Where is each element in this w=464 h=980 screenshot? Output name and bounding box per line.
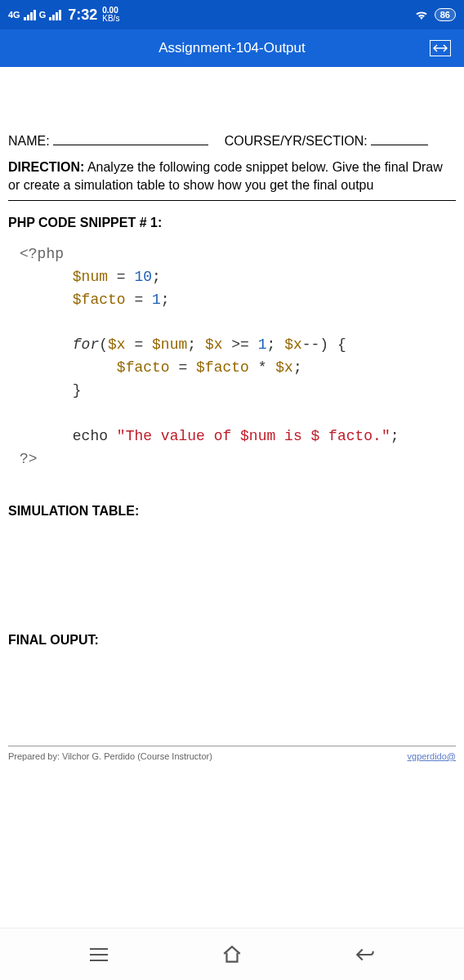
- hamburger-icon: [90, 948, 108, 961]
- course-label: COURSE/YR/SECTION:: [225, 134, 368, 149]
- signal-bars-2-icon: [49, 10, 61, 20]
- fit-width-button[interactable]: [430, 40, 451, 56]
- name-label: NAME:: [8, 134, 50, 149]
- header-fields: NAME: COURSE/YR/SECTION:: [8, 132, 456, 149]
- app-bar: Assignment-104-Output: [0, 29, 464, 67]
- clock-time: 7:32: [68, 7, 97, 24]
- direction-label: DIRECTION:: [8, 160, 84, 174]
- recent-apps-button[interactable]: [86, 942, 112, 968]
- navigation-bar: [0, 928, 464, 980]
- status-bar: 4G G 7:32 0.00 KB/s 86: [0, 0, 464, 29]
- course-field: COURSE/YR/SECTION:: [225, 132, 428, 149]
- name-underline: [53, 132, 208, 145]
- back-icon: [355, 944, 376, 965]
- direction-block: DIRECTION: Analyze the following code sn…: [8, 158, 456, 201]
- wifi-icon: [415, 9, 428, 20]
- course-underline: [371, 132, 428, 145]
- network-speed: 0.00 KB/s: [102, 7, 119, 23]
- name-field: NAME:: [8, 132, 208, 149]
- network-1-label: 4G: [8, 10, 20, 20]
- home-icon: [221, 944, 243, 965]
- footer-prepared-by: Prepared by: Vilchor G. Perdido (Course …: [8, 751, 212, 761]
- status-right: 86: [415, 8, 456, 21]
- app-title: Assignment-104-Output: [158, 40, 306, 56]
- php-close-tag: ?>: [20, 451, 38, 467]
- document-footer: Prepared by: Vilchor G. Perdido (Course …: [8, 746, 456, 761]
- status-left: 4G G 7:32 0.00 KB/s: [8, 7, 119, 24]
- code-block: <?php $num = 10; $facto = 1; for($x = $n…: [8, 243, 456, 471]
- battery-level: 86: [435, 8, 456, 21]
- footer-email-link: vgperdido@: [408, 751, 456, 761]
- code-snippet-title: PHP CODE SNIPPET # 1:: [8, 216, 456, 230]
- php-open-tag: <?php: [20, 246, 64, 262]
- home-button[interactable]: [219, 942, 245, 968]
- document-viewport[interactable]: NAME: COURSE/YR/SECTION: DIRECTION: Anal…: [0, 67, 464, 924]
- speed-unit: KB/s: [102, 15, 119, 23]
- back-button[interactable]: [352, 942, 378, 968]
- network-2-label: G: [39, 10, 47, 20]
- final-output-title: FINAL OUPUT:: [8, 633, 456, 648]
- signal-bars-1-icon: [24, 10, 36, 20]
- simulation-table-title: SIMULATION TABLE:: [8, 504, 456, 519]
